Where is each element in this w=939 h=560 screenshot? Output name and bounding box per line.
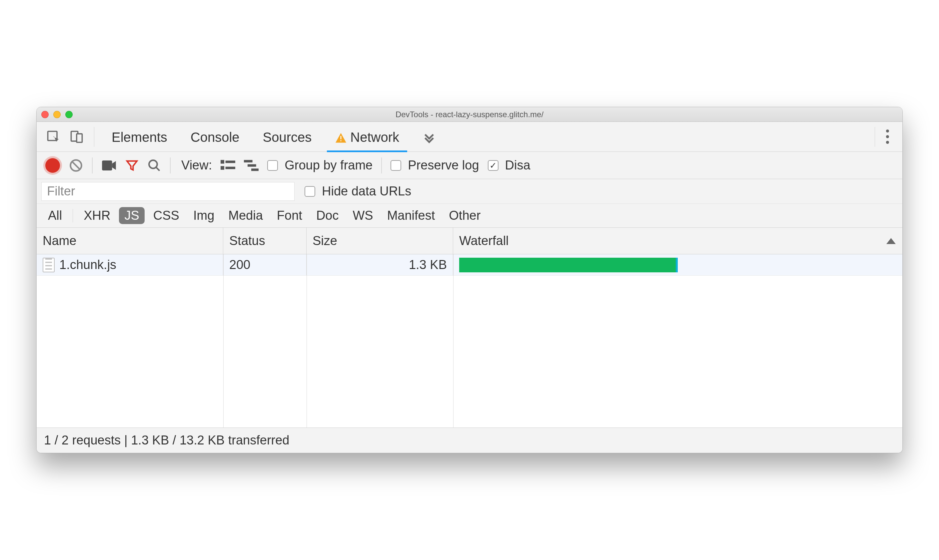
type-chip-media[interactable]: Media xyxy=(223,207,268,224)
window-title: DevTools - react-lazy-suspense.glitch.me… xyxy=(37,110,902,119)
column-header-size-label: Size xyxy=(313,234,337,248)
devtools-window: DevTools - react-lazy-suspense.glitch.me… xyxy=(36,107,903,453)
request-name: 1.chunk.js xyxy=(59,258,116,272)
svg-rect-10 xyxy=(220,166,224,169)
tab-elements[interactable]: Elements xyxy=(102,122,177,152)
filter-input[interactable] xyxy=(41,182,294,201)
column-header-size[interactable]: Size xyxy=(307,228,453,254)
type-chip-all[interactable]: All xyxy=(43,207,67,224)
tab-console[interactable]: Console xyxy=(180,122,250,152)
preserve-log-checkbox[interactable]: Preserve log xyxy=(390,158,479,172)
checkbox-icon xyxy=(267,160,278,171)
search-icon[interactable] xyxy=(147,158,161,172)
table-body: 1.chunk.js 200 1.3 KB xyxy=(37,254,902,428)
filter-bar: Hide data URLs xyxy=(37,179,902,204)
type-chip-other[interactable]: Other xyxy=(444,207,486,224)
type-chip-xhr[interactable]: XHR xyxy=(78,207,116,224)
hide-data-urls-label: Hide data URLs xyxy=(322,184,411,198)
view-large-icon[interactable] xyxy=(220,160,235,171)
separator xyxy=(381,157,382,174)
svg-rect-14 xyxy=(251,168,259,171)
status-bar: 1 / 2 requests | 1.3 KB / 13.2 KB transf… xyxy=(37,428,902,453)
inspect-element-icon[interactable] xyxy=(43,127,63,147)
cell-waterfall xyxy=(453,254,902,275)
preserve-log-label: Preserve log xyxy=(408,158,479,172)
checkbox-icon xyxy=(488,160,498,171)
column-divider xyxy=(453,254,453,428)
more-tabs-icon[interactable] xyxy=(419,127,439,147)
svg-point-7 xyxy=(149,160,157,168)
divider xyxy=(875,127,875,147)
view-label: View: xyxy=(181,158,212,172)
file-icon xyxy=(43,258,55,272)
separator xyxy=(72,209,73,222)
svg-rect-6 xyxy=(102,160,112,170)
sort-ascending-icon xyxy=(887,238,896,244)
kebab-menu-icon[interactable] xyxy=(879,129,896,144)
type-chip-doc[interactable]: Doc xyxy=(311,207,344,224)
screenshot-icon[interactable] xyxy=(101,160,117,171)
disable-cache-checkbox[interactable]: Disa xyxy=(488,158,530,172)
type-chip-js[interactable]: JS xyxy=(119,207,144,224)
table-row[interactable]: 1.chunk.js 200 1.3 KB xyxy=(37,254,902,276)
disable-cache-label: Disa xyxy=(505,158,530,172)
column-divider xyxy=(223,254,224,428)
cell-size: 1.3 KB xyxy=(307,254,453,275)
tab-network[interactable]: Network xyxy=(325,122,409,152)
group-by-frame-label: Group by frame xyxy=(285,158,373,172)
column-header-waterfall-label: Waterfall xyxy=(459,234,509,248)
size-value: 1.3 KB xyxy=(409,258,447,272)
waterfall-bar[interactable] xyxy=(459,258,678,272)
settings-area xyxy=(871,127,896,147)
type-chip-img[interactable]: Img xyxy=(188,207,220,224)
view-small-icon[interactable] xyxy=(244,160,259,171)
cell-name: 1.chunk.js xyxy=(37,254,223,275)
svg-rect-2 xyxy=(77,134,82,142)
type-chip-css[interactable]: CSS xyxy=(148,207,185,224)
svg-rect-13 xyxy=(248,164,256,166)
svg-rect-9 xyxy=(225,160,235,163)
network-table: Name Status Size Waterfall 1.chunk.js 20… xyxy=(37,228,902,428)
record-button-icon[interactable] xyxy=(45,158,60,173)
filter-icon[interactable] xyxy=(125,159,139,172)
group-by-frame-checkbox[interactable]: Group by frame xyxy=(267,158,373,172)
status-text: 1 / 2 requests | 1.3 KB / 13.2 KB transf… xyxy=(44,433,290,448)
divider xyxy=(94,127,94,147)
hide-data-urls-checkbox[interactable]: Hide data URLs xyxy=(305,184,411,198)
column-header-waterfall[interactable]: Waterfall xyxy=(453,228,902,254)
svg-rect-8 xyxy=(220,160,224,163)
column-divider xyxy=(307,254,307,428)
warning-icon xyxy=(335,123,347,134)
clear-icon[interactable] xyxy=(69,158,83,173)
status-code: 200 xyxy=(229,258,250,272)
separator xyxy=(92,157,93,174)
type-filter-bar: All XHR JS CSS Img Media Font Doc WS Man… xyxy=(37,204,902,228)
panel-tabbar: Elements Console Sources Network xyxy=(37,122,902,152)
cell-status: 200 xyxy=(223,254,307,275)
table-header: Name Status Size Waterfall xyxy=(37,228,902,254)
svg-rect-3 xyxy=(341,136,342,139)
svg-rect-12 xyxy=(244,160,253,162)
checkbox-icon xyxy=(305,186,315,197)
svg-rect-4 xyxy=(341,140,342,141)
checkbox-icon xyxy=(390,160,401,171)
toggle-device-toolbar-icon[interactable] xyxy=(67,127,86,147)
separator xyxy=(170,157,171,174)
type-chip-ws[interactable]: WS xyxy=(347,207,378,224)
column-header-status[interactable]: Status xyxy=(223,228,307,254)
type-chip-font[interactable]: Font xyxy=(271,207,308,224)
titlebar: DevTools - react-lazy-suspense.glitch.me… xyxy=(37,107,902,122)
type-chip-manifest[interactable]: Manifest xyxy=(382,207,441,224)
tab-sources[interactable]: Sources xyxy=(253,122,322,152)
network-toolbar: View: Group by frame Preserve log Disa xyxy=(37,152,902,179)
tab-network-label: Network xyxy=(350,130,399,145)
svg-rect-11 xyxy=(225,166,235,169)
column-header-name[interactable]: Name xyxy=(37,228,223,254)
